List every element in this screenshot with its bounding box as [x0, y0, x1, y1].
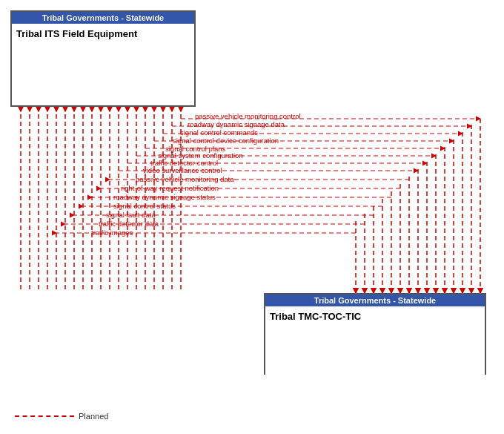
flow-label-12: signal control status [113, 202, 176, 210]
flow-label-9: passive vehicle monitoring data [136, 175, 234, 183]
flow-label-15: traffic images [91, 228, 133, 237]
left-box: Tribal Governments - Statewide Tribal IT… [10, 10, 196, 107]
left-box-header: Tribal Governments - Statewide [12, 12, 194, 24]
legend: Planned [15, 412, 108, 421]
flow-label-10: right-of-way request notification [121, 184, 219, 192]
legend-dashes [15, 415, 74, 417]
flow-label-11: roadway dynamic signage status [113, 193, 216, 201]
legend-line: Planned [15, 412, 108, 421]
flow-label-4: signal control device configuration [173, 137, 279, 145]
right-box-body: Tribal TMC-TOC-TIC [265, 306, 485, 381]
diagram-container: Tribal Governments - Statewide Tribal IT… [0, 0, 504, 434]
left-box-body: Tribal ITS Field Equipment [12, 24, 194, 98]
flow-label-1: passive vehicle monitoring control [195, 112, 301, 120]
right-box-header: Tribal Governments - Statewide [265, 295, 485, 306]
flow-label-14: traffic detector data [99, 220, 159, 228]
flow-label-8: video surveillance control [143, 166, 222, 174]
right-box: Tribal Governments - Statewide Tribal TM… [264, 293, 486, 375]
flow-label-3: signal control commands [180, 128, 258, 137]
legend-label: Planned [79, 412, 108, 421]
flow-label-13: signal fault data [106, 211, 156, 219]
flow-label-2: roadway dynamic signage data [188, 120, 285, 128]
